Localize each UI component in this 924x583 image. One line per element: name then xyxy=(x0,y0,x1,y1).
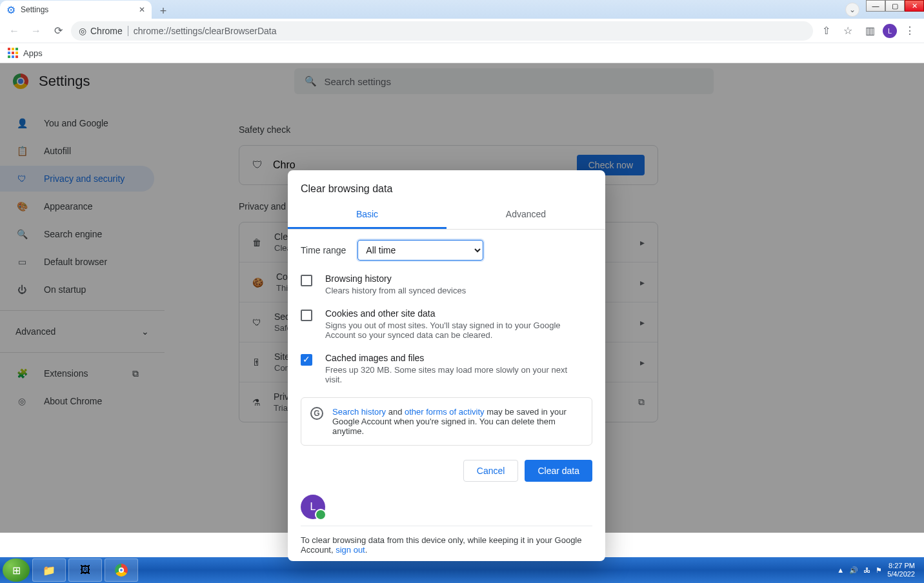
address-bar[interactable]: ◎ Chrome chrome://settings/clearBrowserD… xyxy=(71,21,813,41)
settings-page: Settings 🔍 Search settings 👤You and Goog… xyxy=(0,63,924,533)
separator xyxy=(128,26,128,36)
bookmarks-bar: Apps xyxy=(0,43,924,63)
dialog-footer: To clear browsing data from this device … xyxy=(301,526,592,555)
clock[interactable]: 8:27 PM 5/4/2022 xyxy=(887,562,915,578)
google-icon: G xyxy=(310,407,323,420)
checkbox-checked[interactable] xyxy=(301,354,312,366)
info-box: G Search history and other forms of acti… xyxy=(301,397,592,446)
taskbar-explorer[interactable]: 📁 xyxy=(32,558,66,582)
chrome-icon: ◎ xyxy=(79,26,86,36)
option-cached[interactable]: Cached images and filesFrees up 320 MB. … xyxy=(288,346,605,391)
tray-up-icon[interactable]: ▲ xyxy=(837,566,844,574)
bookmark-icon[interactable]: ☆ xyxy=(839,22,857,40)
forward-button[interactable]: → xyxy=(27,22,45,40)
search-history-link[interactable]: Search history xyxy=(332,407,386,417)
sign-out-link[interactable]: sign out xyxy=(336,545,365,555)
close-window-button[interactable]: ✕ xyxy=(905,0,924,12)
taskbar-app[interactable]: 🖼 xyxy=(68,558,102,582)
option-browsing-history[interactable]: Browsing historyClears history from all … xyxy=(288,267,605,302)
close-tab-icon[interactable]: ✕ xyxy=(139,5,145,14)
cancel-button[interactable]: Cancel xyxy=(463,460,519,482)
share-icon[interactable]: ⇧ xyxy=(817,22,835,40)
volume-icon[interactable]: 🔊 xyxy=(849,566,858,575)
windows-taskbar: ⊞ 📁 🖼 ▲ 🔊 🖧 ⚑ 8:27 PM 5/4/2022 xyxy=(0,557,924,583)
reload-button[interactable]: ⟳ xyxy=(49,22,67,40)
tab-basic[interactable]: Basic xyxy=(288,201,447,229)
system-tray: ▲ 🔊 🖧 ⚑ 8:27 PM 5/4/2022 xyxy=(837,562,921,578)
time-range-row: Time range All time xyxy=(288,230,605,267)
checkbox[interactable] xyxy=(301,275,312,286)
gear-icon: ⚙ xyxy=(6,4,15,16)
info-text: Search history and other forms of activi… xyxy=(332,407,583,436)
apps-icon[interactable] xyxy=(8,48,18,58)
apps-label[interactable]: Apps xyxy=(23,48,43,58)
maximize-button[interactable]: ▢ xyxy=(885,0,905,12)
flag-icon[interactable]: ⚑ xyxy=(876,566,882,575)
profile-avatar[interactable]: L xyxy=(883,24,897,38)
side-panel-icon[interactable]: ▥ xyxy=(861,22,879,40)
option-cookies[interactable]: Cookies and other site dataSigns you out… xyxy=(288,302,605,346)
taskbar-chrome[interactable] xyxy=(105,558,138,582)
network-icon[interactable]: 🖧 xyxy=(863,566,870,574)
url-prefix: Chrome xyxy=(90,26,123,36)
dialog-title: Clear browsing data xyxy=(288,170,605,201)
other-activity-link[interactable]: other forms of activity xyxy=(405,407,485,417)
menu-icon[interactable]: ⋮ xyxy=(901,22,919,40)
tab-strip: ⚙ Settings ✕ + ⌄ — ▢ ✕ xyxy=(0,0,924,19)
back-button[interactable]: ← xyxy=(5,22,23,40)
clear-browsing-data-dialog: Clear browsing data Basic Advanced Time … xyxy=(288,170,605,561)
minimize-button[interactable]: — xyxy=(866,0,885,12)
time-range-select[interactable]: All time xyxy=(357,240,483,261)
dialog-actions: Cancel Clear data xyxy=(288,452,605,489)
window-controls: — ▢ ✕ xyxy=(866,0,924,12)
user-avatar: L xyxy=(301,495,325,519)
dialog-tabs: Basic Advanced xyxy=(288,201,605,230)
browser-tab[interactable]: ⚙ Settings ✕ xyxy=(0,1,152,19)
clear-data-button[interactable]: Clear data xyxy=(525,460,592,482)
browser-toolbar: ← → ⟳ ◎ Chrome chrome://settings/clearBr… xyxy=(0,19,924,43)
start-button[interactable]: ⊞ xyxy=(3,558,30,582)
tab-advanced[interactable]: Advanced xyxy=(447,201,605,229)
checkbox[interactable] xyxy=(301,310,312,321)
new-tab-button[interactable]: + xyxy=(154,3,172,19)
tab-search-button[interactable]: ⌄ xyxy=(845,3,859,17)
url-text: chrome://settings/clearBrowserData xyxy=(134,26,277,36)
tab-title: Settings xyxy=(21,5,134,14)
time-range-label: Time range xyxy=(301,245,346,255)
